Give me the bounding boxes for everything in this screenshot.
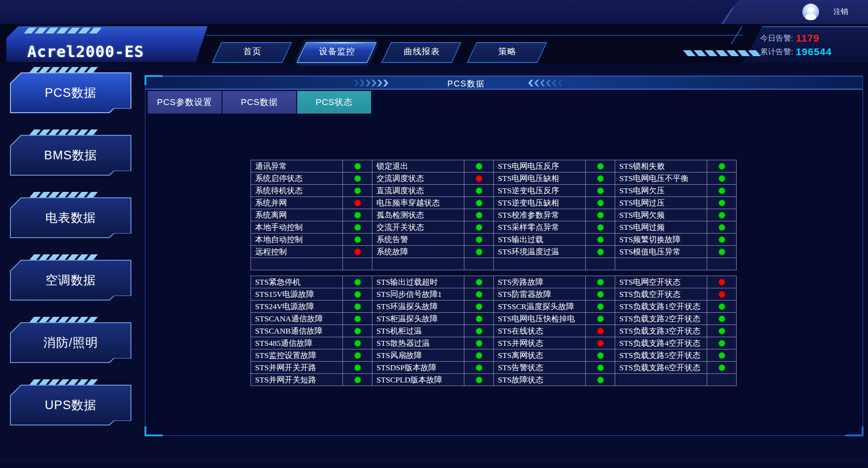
status-dot-cell — [586, 209, 615, 221]
alarm-summary-plate: 今日告警:1179 累计告警:196544 — [743, 26, 868, 63]
status-dot-green — [598, 188, 603, 194]
sidebar-button-fill: PCS数据 — [11, 73, 130, 112]
status-label-cell: STS逆变电压反序 — [494, 185, 586, 197]
status-dot-green — [355, 163, 361, 169]
sidebar-button[interactable]: UPS数据 — [10, 385, 131, 425]
hazard-stripe — [705, 50, 718, 56]
sidebar-button[interactable]: 空调数据 — [10, 260, 131, 301]
hazard-stripe — [57, 28, 69, 33]
sidebar-button[interactable]: 电表数据 — [10, 197, 131, 238]
nav-tab-3[interactable]: 曲线报表 — [381, 42, 461, 63]
status-dot-cell — [343, 172, 372, 185]
hud-decor-line — [206, 35, 743, 36]
logout-button[interactable]: 注销 — [834, 7, 848, 17]
status-dot-green — [719, 224, 725, 230]
hazard-stripes-logo — [26, 28, 99, 33]
status-label-cell: STS并网开关短路 — [251, 374, 343, 386]
status-dot-green — [355, 304, 361, 310]
table-row: 系统并网电压频率穿越状态STS逆变电压缺相STS电网过压 — [251, 197, 737, 209]
nav-tab-1[interactable]: 首页 — [212, 42, 292, 63]
status-dot-cell — [707, 374, 737, 386]
status-label-cell — [615, 258, 707, 270]
status-dot-green — [476, 279, 482, 285]
status-label-cell: 交流调度状态 — [372, 172, 464, 185]
user-avatar-icon[interactable] — [802, 4, 819, 20]
status-label-cell: STS散热器过温 — [372, 337, 464, 349]
table-row: STS监控设置故障STS风扇故障STS离网状态STS负载支路5空开状态 — [251, 349, 737, 362]
nav-tab-label: 首页 — [218, 43, 287, 60]
status-dot-green — [598, 377, 603, 383]
status-dot-red — [719, 291, 725, 297]
status-dot-cell — [586, 276, 615, 288]
sidebar-button[interactable]: 消防/照明 — [10, 322, 131, 363]
chevron-icon — [383, 80, 388, 86]
status-dot-cell — [707, 172, 737, 185]
sidebar-item-label: 电表数据 — [45, 210, 96, 226]
status-dot-green — [476, 291, 482, 297]
status-dot-cell — [343, 209, 372, 221]
table-row: STSCANB通信故障STS机柜过温STS在线状态STS负载支路3空开状态 — [251, 325, 737, 337]
hazard-stripe — [87, 129, 98, 135]
nav-tab-2[interactable]: 设备监控 — [296, 42, 376, 63]
hazard-stripes-sidebar — [32, 317, 96, 322]
status-dot-cell — [343, 301, 372, 313]
status-dot-cell — [707, 362, 737, 374]
status-dot-green — [598, 200, 603, 206]
status-dot-green — [476, 328, 482, 334]
chevron-icon — [360, 80, 365, 86]
header: Acrel2000-ES 首页设备监控曲线报表策略 今日告警:1179 累计告警… — [0, 24, 868, 63]
top-bar: 注销 — [0, 0, 868, 24]
status-dot-cell — [464, 349, 494, 362]
status-dot-cell — [464, 325, 494, 337]
hazard-stripe — [738, 50, 750, 56]
hazard-stripes-sidebar — [32, 254, 96, 260]
alarm-total-label: 累计告警: — [760, 48, 793, 56]
status-label-cell: STS电网电压反序 — [494, 160, 586, 172]
sidebar-item-label: UPS数据 — [45, 397, 97, 413]
status-dot-green — [476, 353, 482, 358]
sidebar-button[interactable]: BMS数据 — [10, 135, 131, 176]
status-dot-green — [355, 291, 361, 297]
status-dot-green — [719, 200, 725, 206]
status-dot-cell — [464, 313, 494, 325]
status-label-cell: 孤岛检测状态 — [372, 209, 464, 221]
status-dot-cell — [707, 246, 737, 258]
table-row — [251, 258, 737, 270]
panel-tab-2[interactable]: PCS数据 — [222, 91, 296, 114]
status-dot-cell — [343, 276, 372, 288]
status-label-cell: STS485通信故障 — [251, 337, 343, 349]
sidebar-button[interactable]: PCS数据 — [10, 72, 131, 113]
status-dot-green — [355, 279, 361, 285]
status-label-cell: STSDSP版本故障 — [372, 362, 464, 374]
status-label-cell: STS校准参数异常 — [494, 209, 586, 221]
status-dot-green — [719, 212, 725, 218]
status-label-cell: 远程控制 — [251, 246, 343, 258]
status-dot-green — [355, 353, 361, 358]
status-dot-cell — [707, 301, 737, 313]
status-label-cell: 系统离网 — [251, 209, 343, 221]
nav-tab-4[interactable]: 策略 — [467, 42, 547, 63]
status-dot-green — [476, 188, 482, 194]
status-label-cell: 直流调度状态 — [372, 185, 464, 197]
status-label-cell: STS风扇故障 — [372, 349, 464, 362]
status-dot-cell — [343, 374, 372, 386]
status-dot-green — [719, 365, 725, 371]
footer-strip — [0, 459, 868, 468]
status-label-cell: STS负载支路2空开状态 — [615, 313, 707, 325]
status-dot-cell — [586, 197, 615, 209]
status-dot-green — [598, 163, 603, 169]
panel-tab-3[interactable]: PCS状态 — [297, 91, 371, 114]
table-row: STS并网开关短路STSCPLD版本故障STS故障状态 — [251, 374, 737, 386]
status-label-cell — [372, 258, 464, 270]
panel-title-bar: PCS数据 — [145, 76, 863, 90]
hazard-stripe — [694, 50, 707, 56]
panel-tab-1[interactable]: PCS参数设置 — [148, 91, 222, 114]
status-dot-cell — [707, 325, 737, 337]
status-label-cell: STS电网电压不平衡 — [615, 172, 707, 185]
chevron-icon — [540, 80, 545, 86]
status-dot-green — [476, 377, 482, 383]
status-label-cell: STS锁相失败 — [615, 160, 707, 172]
status-dot-green — [355, 328, 361, 334]
sidebar-item-label: PCS数据 — [45, 85, 97, 101]
status-dot-cell — [707, 313, 737, 325]
